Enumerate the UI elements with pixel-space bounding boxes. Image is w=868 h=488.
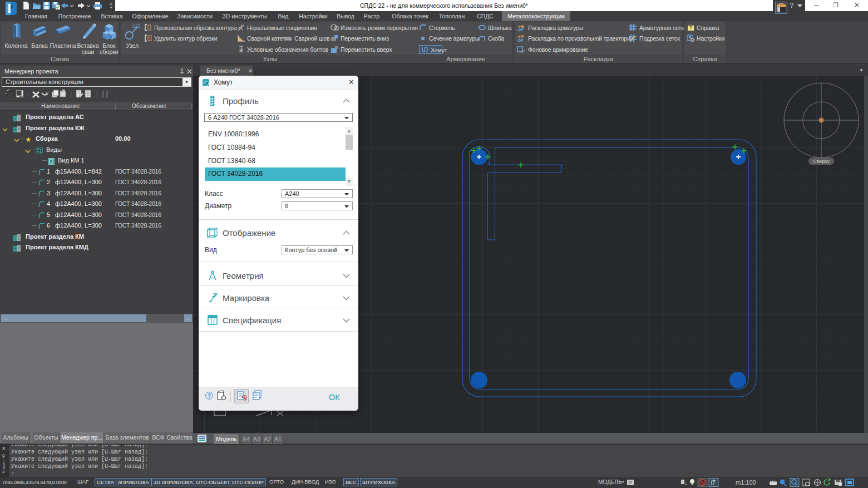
svg-text:?: ? [689, 25, 692, 31]
svg-text:123: 123 [132, 23, 140, 29]
svg-text:Сверху: Сверху [813, 159, 830, 164]
svg-text:A: A [214, 293, 216, 297]
